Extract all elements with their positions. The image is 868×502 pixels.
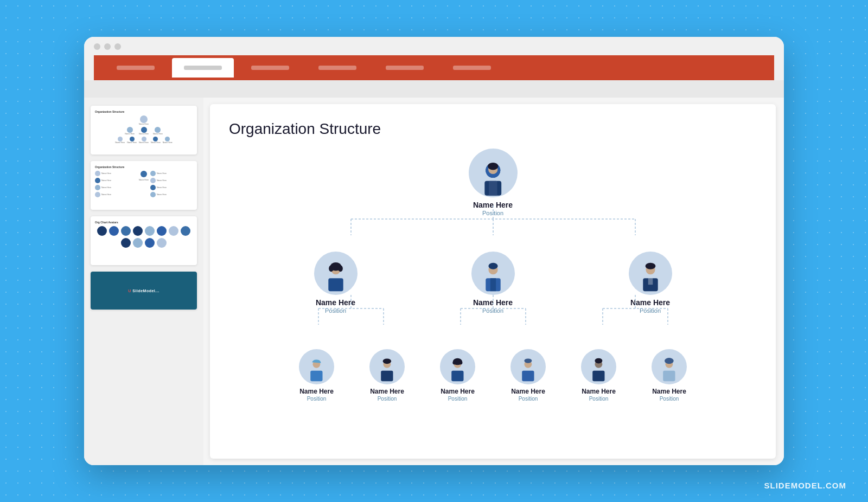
- svg-point-47: [525, 359, 532, 363]
- browser-chrome: [84, 37, 784, 80]
- l2-0-position: Position: [307, 396, 327, 402]
- toolbar-tab-4[interactable]: [307, 58, 368, 78]
- avatar-l2-4: [581, 349, 616, 384]
- org-node-l2-0: Name Here Position: [284, 349, 349, 402]
- l2-5-position: Position: [660, 396, 679, 402]
- brand-logo: U SlideModel...: [128, 289, 159, 293]
- browser-window: Organization Structure Name Here Name He…: [84, 37, 784, 465]
- svg-rect-51: [592, 371, 604, 382]
- level-2-row: Name Here Position Name Here: [282, 319, 705, 402]
- avatar-root: [469, 149, 518, 197]
- toolbar-tab-5[interactable]: [374, 58, 436, 78]
- svg-rect-48: [522, 371, 534, 382]
- svg-point-53: [665, 358, 674, 364]
- org-node-l2-4: Name Here Position: [566, 349, 631, 402]
- l2-0-name: Name Here: [299, 388, 334, 395]
- toolbar: [94, 55, 774, 80]
- svg-point-44: [459, 361, 463, 365]
- svg-rect-40: [381, 371, 393, 382]
- svg-point-17: [488, 263, 497, 269]
- sidebar: Organization Structure Name Here Name He…: [84, 98, 203, 465]
- thumb-4-dark: U SlideModel...: [91, 272, 197, 310]
- l2-4-position: Position: [589, 396, 609, 402]
- org-chart: Name Here Position: [282, 149, 705, 402]
- svg-rect-54: [663, 371, 675, 382]
- thumbnail-2[interactable]: Organization Structure Name Here Nam: [91, 161, 197, 210]
- svg-rect-19: [490, 278, 495, 291]
- browser-dots: [94, 43, 774, 50]
- toolbar-tab-3[interactable]: [239, 58, 301, 78]
- svg-rect-23: [648, 278, 653, 285]
- svg-point-39: [383, 359, 391, 364]
- toolbar-tab-6[interactable]: [441, 58, 503, 78]
- slide-title: Organization Structure: [229, 120, 757, 138]
- watermark: SLIDEMODEL.COM: [764, 481, 847, 490]
- avatar-l1-2: [629, 252, 672, 295]
- sub-toolbar: [84, 80, 784, 98]
- org-node-l2-2: Name Here Position: [425, 349, 490, 402]
- thumbnail-1[interactable]: Organization Structure Name Here Name He…: [91, 106, 197, 155]
- svg-point-14: [338, 265, 343, 272]
- svg-point-43: [452, 361, 456, 365]
- svg-rect-45: [451, 371, 463, 382]
- svg-rect-37: [310, 371, 322, 382]
- l2-2-name: Name Here: [441, 388, 475, 395]
- avatar-l2-5: [652, 349, 687, 384]
- avatar-l2-2: [440, 349, 475, 384]
- l2-3-position: Position: [519, 396, 538, 402]
- l2-1-name: Name Here: [370, 388, 404, 395]
- svg-point-13: [329, 265, 334, 272]
- svg-rect-15: [328, 278, 343, 291]
- avatar-l1-1: [471, 252, 515, 295]
- thumbnail-4[interactable]: U SlideModel...: [91, 272, 197, 310]
- browser-dot-close: [94, 43, 100, 50]
- content-area: Organization Structure Name Here Name He…: [84, 98, 784, 465]
- thumb-2-title: Organization Structure: [95, 165, 193, 169]
- svg-point-50: [595, 358, 603, 364]
- svg-rect-4: [489, 181, 497, 195]
- avatar-l1-0: [314, 252, 358, 295]
- avatar-l2-3: [510, 349, 546, 384]
- org-node-l2-3: Name Here Position: [496, 349, 561, 402]
- thumb-3-title: Org Chart Avatars: [95, 221, 193, 224]
- browser-dot-maximize: [114, 43, 121, 50]
- thumb-1-title: Organization Structure: [95, 110, 193, 113]
- thumbnail-3[interactable]: Org Chart Avatars: [91, 216, 197, 265]
- l2-1-position: Position: [378, 396, 397, 402]
- l2-5-name: Name Here: [652, 388, 686, 395]
- org-node-l2-1: Name Here Position: [355, 349, 420, 402]
- l2-4-name: Name Here: [582, 388, 616, 395]
- avatar-l2-0: [299, 349, 334, 384]
- toolbar-tab-2[interactable]: [172, 58, 234, 78]
- svg-point-21: [645, 263, 655, 269]
- avatar-l2-1: [369, 349, 405, 384]
- l2-3-name: Name Here: [511, 388, 545, 395]
- lines-1-to-2: [282, 295, 705, 327]
- svg-point-5: [488, 162, 498, 170]
- org-node-l2-5: Name Here Position: [637, 349, 702, 402]
- browser-dot-minimize: [104, 43, 111, 50]
- main-slide: Organization Structure: [210, 104, 776, 459]
- toolbar-tab-1[interactable]: [105, 58, 167, 78]
- l2-2-position: Position: [448, 396, 468, 402]
